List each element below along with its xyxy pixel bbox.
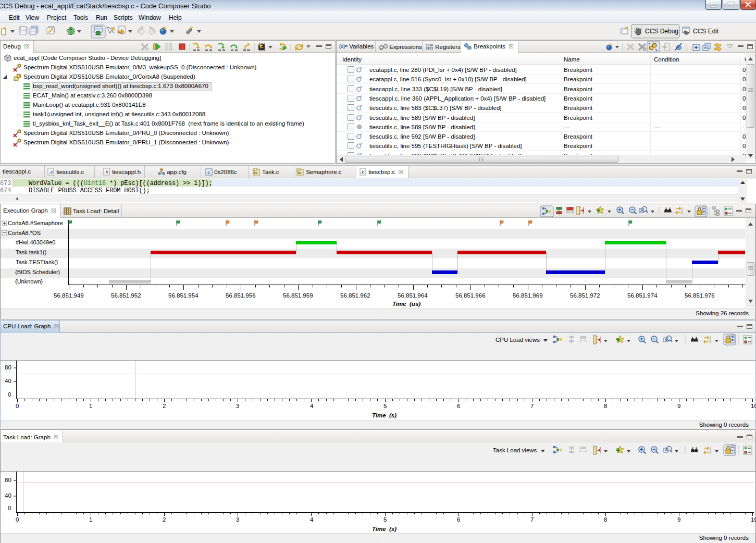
svg-text:tc: tc [298,170,302,175]
svg-text:CCS Edit: CCS Edit [693,28,719,35]
svg-text:.c: .c [49,169,53,175]
svg-text:CCS Debug: CCS Debug [645,28,678,35]
svg-text:c: c [207,170,210,175]
svg-text:.c: .c [361,169,365,175]
svg-text:tc: tc [254,170,258,175]
svg-text:.h: .h [104,169,108,175]
